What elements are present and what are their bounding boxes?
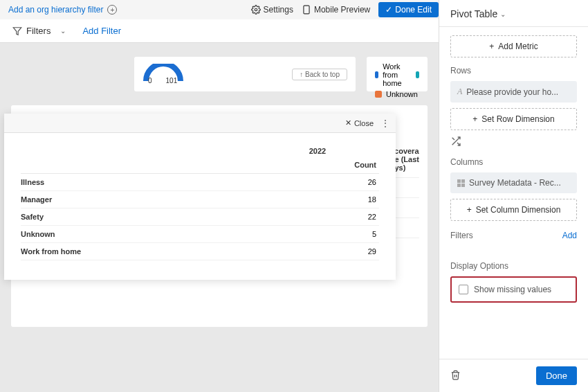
org-filter-label: Add an org hierarchy filter bbox=[8, 5, 103, 15]
columns-section-label: Columns bbox=[450, 157, 577, 167]
grid-icon bbox=[457, 179, 465, 187]
close-button[interactable]: ✕ Close bbox=[345, 118, 374, 127]
set-col-dim-label: Set Column Dimension bbox=[476, 205, 561, 215]
gear-icon bbox=[251, 5, 261, 15]
close-label: Close bbox=[354, 119, 374, 127]
pivot-preview-modal: ✕ Close ⋮ 2022 Count Illness26 Manager18… bbox=[4, 114, 396, 280]
done-button[interactable]: Done bbox=[536, 366, 577, 385]
gauge-widget: 0 101 ↑ Back to top bbox=[134, 57, 356, 91]
column-dimension-chip[interactable]: Survey Metadata - Rec... bbox=[450, 172, 577, 193]
panel-title: Pivot Table bbox=[450, 8, 497, 19]
table-row: Unknown5 bbox=[21, 226, 379, 243]
legend-swatch-icon bbox=[375, 71, 378, 78]
filter-icon bbox=[12, 26, 22, 36]
panel-title-dropdown[interactable]: Pivot Table ⌄ bbox=[439, 0, 588, 27]
kebab-menu-icon[interactable]: ⋮ bbox=[380, 118, 390, 129]
svg-marker-3 bbox=[13, 27, 21, 35]
add-filter-link[interactable]: Add bbox=[562, 231, 577, 240]
table-row: Manager18 bbox=[21, 191, 379, 208]
legend-swatch-icon bbox=[375, 91, 382, 98]
col-chip-label: Survey Metadata - Rec... bbox=[469, 178, 561, 188]
legend-item: Work from home bbox=[375, 62, 419, 87]
table-col-year: 2022 bbox=[256, 147, 379, 161]
check-icon: ✓ bbox=[385, 5, 392, 15]
plus-circle-icon: + bbox=[107, 5, 117, 15]
svg-line-6 bbox=[452, 138, 454, 140]
back-to-top-button[interactable]: ↑ Back to top bbox=[292, 69, 347, 80]
filters-label-text: Filters bbox=[26, 26, 50, 36]
table-row: Safety22 bbox=[21, 208, 379, 226]
legend-swatch-icon bbox=[416, 71, 419, 78]
add-filter-link[interactable]: Add Filter bbox=[82, 26, 121, 36]
side-panel: Pivot Table ⌄ + Add Metric Rows A Please… bbox=[439, 0, 588, 392]
mobile-preview-button[interactable]: Mobile Preview bbox=[302, 5, 370, 15]
set-column-dimension-button[interactable]: + Set Column Dimension bbox=[450, 199, 577, 221]
row-dimension-chip[interactable]: A Please provide your ho... bbox=[450, 81, 577, 103]
legend-label: Unknown bbox=[386, 90, 418, 98]
chevron-down-icon: ⌄ bbox=[60, 27, 66, 35]
table-col-count: Count bbox=[256, 161, 379, 173]
table-row: Work from home29 bbox=[21, 243, 379, 260]
plus-icon: + bbox=[489, 42, 494, 51]
delete-button[interactable] bbox=[450, 370, 461, 382]
show-missing-label: Show missing values bbox=[474, 285, 551, 294]
text-type-icon: A bbox=[457, 87, 462, 97]
checkbox-icon[interactable] bbox=[459, 285, 468, 294]
legend-widget: Work from home Unknown bbox=[367, 57, 428, 91]
shuffle-icon bbox=[450, 136, 461, 147]
add-org-hierarchy-filter[interactable]: Add an org hierarchy filter + bbox=[8, 5, 117, 15]
settings-button[interactable]: Settings bbox=[251, 5, 293, 15]
mobile-icon bbox=[302, 5, 311, 15]
show-missing-values-option[interactable]: Show missing values bbox=[450, 276, 577, 303]
pivot-table: 2022 Count Illness26 Manager18 Safety22 … bbox=[21, 147, 379, 260]
done-editing-label: Done Edit bbox=[395, 5, 432, 15]
row-chip-label: Please provide your ho... bbox=[466, 87, 558, 97]
mobile-preview-label: Mobile Preview bbox=[314, 5, 370, 15]
plus-icon: + bbox=[472, 114, 477, 124]
svg-point-0 bbox=[255, 8, 257, 11]
add-metric-button[interactable]: + Add Metric bbox=[450, 35, 577, 57]
add-metric-label: Add Metric bbox=[498, 42, 538, 51]
table-row: Illness26 bbox=[21, 174, 379, 191]
shuffle-button[interactable] bbox=[450, 136, 577, 149]
rows-section-label: Rows bbox=[450, 66, 577, 75]
set-row-dimension-button[interactable]: + Set Row Dimension bbox=[450, 108, 577, 130]
gauge-min: 0 bbox=[148, 77, 152, 84]
gauge-max: 101 bbox=[166, 77, 178, 84]
plus-icon: + bbox=[467, 205, 472, 215]
set-row-dim-label: Set Row Dimension bbox=[481, 114, 554, 124]
close-icon: ✕ bbox=[345, 118, 351, 127]
chevron-down-icon: ⌄ bbox=[500, 10, 506, 18]
filters-section-label: Filters bbox=[450, 231, 473, 240]
svg-rect-1 bbox=[304, 6, 309, 14]
settings-label: Settings bbox=[264, 5, 293, 15]
legend-item: Unknown bbox=[375, 90, 419, 98]
done-editing-button[interactable]: ✓ Done Edit bbox=[378, 2, 439, 17]
trash-icon bbox=[450, 370, 461, 380]
legend-label: Work from home bbox=[383, 62, 412, 87]
display-options-label: Display Options bbox=[450, 261, 577, 271]
filters-dropdown[interactable]: Filters ⌄ bbox=[12, 26, 66, 36]
